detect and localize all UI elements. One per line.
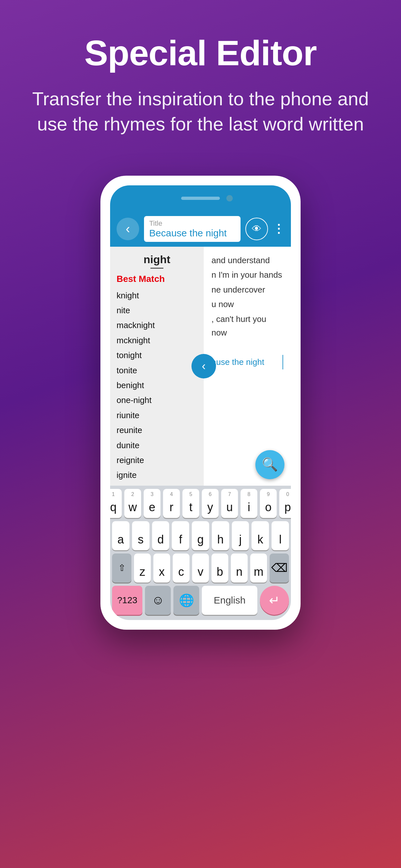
globe-icon: 🌐 — [179, 593, 194, 608]
keyboard-row-2: a s d f g h j k l — [112, 521, 289, 550]
key-m[interactable]: m — [250, 554, 267, 583]
key-n[interactable]: n — [231, 554, 248, 583]
shift-icon: ⇧ — [118, 562, 126, 573]
list-item[interactable]: benight — [117, 378, 197, 393]
key-x[interactable]: x — [153, 554, 170, 583]
key-f[interactable]: f — [172, 521, 189, 550]
key-d[interactable]: d — [152, 521, 169, 550]
key-t[interactable]: 5t — [182, 489, 199, 518]
key-p[interactable]: 0p — [279, 489, 291, 518]
editor-line: u now — [212, 297, 283, 312]
key-c[interactable]: c — [173, 554, 189, 583]
key-l[interactable]: l — [272, 521, 289, 550]
notch-pill — [181, 197, 220, 200]
key-v[interactable]: v — [192, 554, 209, 583]
enter-icon: ↵ — [269, 593, 280, 608]
more-icon: ⋮ — [273, 222, 284, 236]
key-e[interactable]: 3e — [144, 489, 160, 518]
list-item[interactable]: dunite — [117, 438, 197, 453]
list-item[interactable]: reunite — [117, 423, 197, 438]
app-container: Special Editor Transfer the inspiration … — [0, 0, 401, 630]
editor-text: and understand n I'm in your hands ne un… — [212, 253, 283, 370]
notch-camera — [226, 195, 233, 202]
key-b[interactable]: b — [212, 554, 228, 583]
rhymes-panel: night Best Match knight nite macknight m… — [110, 247, 204, 486]
phone-notch — [110, 185, 291, 211]
editor-line: , can't hurt you now — [212, 312, 283, 340]
list-item[interactable]: reignite — [117, 453, 197, 468]
key-i[interactable]: 8i — [241, 489, 257, 518]
keyboard-row-1: 1q 2w 3e 4r 5t 6y 7u 8i 9o 0p — [112, 489, 289, 518]
title-input[interactable]: Title Because the night — [144, 216, 241, 242]
search-fab-button[interactable]: 🔍 — [255, 450, 284, 479]
rhyme-word-header: night — [110, 253, 204, 268]
eye-button[interactable]: 👁 — [245, 218, 268, 240]
keyboard-row-4: ?123 ☺ 🌐 English ↵ — [112, 586, 289, 615]
key-k[interactable]: k — [251, 521, 269, 550]
emoji-icon: ☺ — [152, 593, 164, 607]
key-s[interactable]: s — [132, 521, 150, 550]
space-key[interactable]: English — [202, 586, 257, 615]
key-y[interactable]: 6y — [202, 489, 219, 518]
editor-line — [212, 340, 283, 355]
key-h[interactable]: h — [212, 521, 229, 550]
rhyme-divider — [150, 268, 163, 269]
editor-panel[interactable]: and understand n I'm in your hands ne un… — [204, 247, 291, 486]
space-label: English — [214, 595, 245, 606]
toolbar-actions: 👁 ⋮ — [245, 218, 284, 240]
content-area: night Best Match knight nite macknight m… — [110, 247, 291, 486]
enter-key[interactable]: ↵ — [260, 586, 289, 615]
keyboard-row-3: ⇧ z x c v b n m ⌫ — [112, 554, 289, 583]
list-item[interactable]: nite — [117, 303, 197, 318]
phone-screen: ‹ Title Because the night 👁 ⋮ — [110, 185, 291, 620]
list-item[interactable]: tonite — [117, 363, 197, 378]
rhyme-list: knight nite macknight mcknight tonight t… — [110, 288, 204, 486]
header-section: Special Editor Transfer the inspiration … — [0, 0, 401, 156]
keyboard: 1q 2w 3e 4r 5t 6y 7u 8i 9o 0p a s — [110, 486, 291, 620]
emoji-key[interactable]: ☺ — [145, 586, 171, 615]
key-z[interactable]: z — [134, 554, 151, 583]
key-w[interactable]: 2w — [124, 489, 141, 518]
key-j[interactable]: j — [232, 521, 249, 550]
numbers-label: ?123 — [117, 595, 137, 606]
key-u[interactable]: 7u — [221, 489, 238, 518]
globe-key[interactable]: 🌐 — [174, 586, 199, 615]
title-value: Because the night — [149, 228, 235, 239]
list-item[interactable]: ignite — [117, 468, 197, 483]
key-g[interactable]: g — [192, 521, 209, 550]
list-item[interactable]: one-night — [117, 393, 197, 407]
delete-icon: ⌫ — [271, 561, 288, 575]
list-item[interactable]: overnight — [117, 483, 197, 486]
search-icon: 🔍 — [262, 457, 278, 472]
page-title: Special Editor — [26, 32, 375, 73]
page-subtitle: Transfer the inspiration to the phone an… — [26, 86, 375, 137]
editor-cursor-line: ause the night — [212, 355, 283, 370]
app-toolbar: ‹ Title Because the night 👁 ⋮ — [110, 211, 291, 247]
more-button[interactable]: ⋮ — [273, 222, 284, 236]
key-q[interactable]: 1q — [110, 489, 122, 518]
eye-icon: 👁 — [252, 223, 261, 235]
key-a[interactable]: a — [112, 521, 129, 550]
phone-wrapper: ‹ Title Because the night 👁 ⋮ — [0, 156, 401, 630]
phone-frame: ‹ Title Because the night 👁 ⋮ — [100, 176, 301, 630]
editor-line: and understand — [212, 253, 283, 268]
list-item[interactable]: riunite — [117, 408, 197, 423]
list-item[interactable]: mcknight — [117, 333, 197, 348]
shift-key[interactable]: ⇧ — [112, 554, 131, 583]
list-item[interactable]: knight — [117, 288, 197, 303]
back-button[interactable]: ‹ — [117, 218, 139, 240]
delete-key[interactable]: ⌫ — [270, 554, 289, 583]
editor-line: ne undercover — [212, 283, 283, 298]
chevron-left-icon: ‹ — [202, 360, 206, 373]
key-r[interactable]: 4r — [163, 489, 180, 518]
back-icon: ‹ — [126, 221, 130, 236]
key-o[interactable]: 9o — [260, 489, 277, 518]
title-label: Title — [149, 219, 235, 228]
list-item[interactable]: tonight — [117, 348, 197, 363]
numbers-key[interactable]: ?123 — [112, 586, 143, 615]
editor-line: n I'm in your hands — [212, 268, 283, 283]
best-match-label: Best Match — [110, 274, 204, 284]
toggle-panel-button[interactable]: ‹ — [191, 354, 216, 378]
list-item[interactable]: macknight — [117, 318, 197, 333]
